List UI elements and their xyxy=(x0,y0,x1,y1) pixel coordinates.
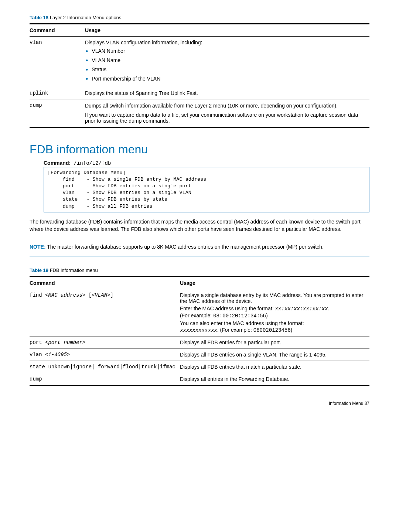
table18-h2: Usage xyxy=(85,24,369,37)
txt: ) xyxy=(291,327,293,333)
cmd-text: vlan xyxy=(30,352,45,358)
t19-r1-usage: Displays all FDB entries for a particula… xyxy=(180,336,369,348)
cmd-text: port xyxy=(30,340,45,345)
table18-caption-text: Layer 2 Information Menu options xyxy=(48,15,121,20)
t19-r0-p5: xxxxxxxxxxxx. (For example: 080020123456… xyxy=(180,327,365,333)
cmd-arg: <port number> xyxy=(45,340,85,345)
table19-num: Table 19 xyxy=(30,267,48,273)
cmd-text: find xyxy=(30,292,45,298)
table19-header-row: Command Usage xyxy=(30,276,369,289)
cmd-arg: <VLAN> xyxy=(92,292,110,298)
fdb-paragraph: The forwarding database (FDB) contains i… xyxy=(30,218,369,233)
t19-r2-usage: Displays all FDB entries on a single VLA… xyxy=(180,348,369,361)
example: 08:00:20:12:34:56 xyxy=(213,313,266,319)
table-row: dump Dumps all switch information availa… xyxy=(30,99,369,127)
t18-r2-p2: If you want to capture dump data to a fi… xyxy=(85,112,365,124)
t18-r2-usage: Dumps all switch information available f… xyxy=(85,99,369,127)
t18-r0-bullets: VLAN Number VLAN Name Status Port member… xyxy=(85,47,365,84)
table-row: find <MAC address> [<VLAN>] Displays a s… xyxy=(30,289,369,336)
t19-r0-p3: (For example: 08:00:20:12:34:56) xyxy=(180,313,365,319)
list-item: Status xyxy=(86,65,365,75)
note-sep-top xyxy=(30,238,369,238)
table18-num: Table 18 xyxy=(30,15,48,20)
t19-r0-p4: You can also enter the MAC address using… xyxy=(180,320,365,326)
table-row: vlan <1-4095> Displays all FDB entries o… xyxy=(30,348,369,361)
txt: . (For example: xyxy=(217,327,253,333)
table19: Command Usage find <MAC address> [<VLAN>… xyxy=(30,276,369,386)
t19-r0-p2: Enter the MAC address using the format: … xyxy=(180,306,365,312)
t18-r1-cmd: uplink xyxy=(30,87,85,99)
list-item: VLAN Number xyxy=(86,47,365,56)
cmd-arg: <MAC address> xyxy=(45,292,85,298)
note-label: NOTE: xyxy=(30,244,46,250)
t19-r0-p1: Displays a single database entry by its … xyxy=(180,292,365,304)
t19-r2-cmd: vlan <1-4095> xyxy=(30,348,180,361)
cmd-arg: <1-4095> xyxy=(45,352,70,358)
table18-caption: Table 18 Layer 2 Information Menu option… xyxy=(30,15,369,20)
t18-r0-usage: Displays VLAN configuration information,… xyxy=(85,37,369,87)
table18-h1: Command xyxy=(30,24,85,37)
table-row: state unknown|ignore| forward|flood|trun… xyxy=(30,361,369,373)
table18-header-row: Command Usage xyxy=(30,24,369,37)
t19-r3-cmd: state unknown|ignore| forward|flood|trun… xyxy=(30,361,180,373)
note: NOTE: The master forwarding database sup… xyxy=(30,243,369,251)
command-line: Command: /info/l2/fdb xyxy=(44,160,369,166)
table-row: port <port number> Displays all FDB entr… xyxy=(30,336,369,348)
t19-r4-usage: Displays all entries in the Forwarding D… xyxy=(180,373,369,385)
txt: ) xyxy=(266,313,268,318)
t18-r0-lead: Displays VLAN configuration information,… xyxy=(85,40,202,45)
cmd-text: ] xyxy=(110,292,113,298)
table19-caption: Table 19 FDB information menu xyxy=(30,267,369,273)
table18: Command Usage vlan Displays VLAN configu… xyxy=(30,23,369,128)
code-block: [Forwarding Database Menu] find - Show a… xyxy=(44,167,369,212)
table19-h1: Command xyxy=(30,276,180,289)
cmd-text: [ xyxy=(85,292,92,298)
t18-r1-usage: Displays the status of Spanning Tree Upl… xyxy=(85,87,369,99)
txt: . xyxy=(328,306,329,311)
t19-r1-cmd: port <port number> xyxy=(30,336,180,348)
note-text: The master forwarding database supports … xyxy=(46,244,324,250)
txt: Enter the MAC address using the format: xyxy=(180,306,275,311)
t19-r0-cmd: find <MAC address> [<VLAN>] xyxy=(30,289,180,336)
list-item: VLAN Name xyxy=(86,56,365,65)
fmt: xx:xx:xx:xx:xx:xx xyxy=(275,306,328,312)
txt: (For example: xyxy=(180,313,213,318)
t18-r0-cmd: vlan xyxy=(30,37,85,87)
t19-r0-usage: Displays a single database entry by its … xyxy=(180,289,369,336)
table19-caption-text: FDB information menu xyxy=(48,267,98,273)
table-row: dump Displays all entries in the Forward… xyxy=(30,373,369,385)
command-value: /info/l2/fdb xyxy=(71,160,111,166)
page-title: FDB information menu xyxy=(30,143,369,156)
example: 080020123456 xyxy=(253,327,291,333)
table19-h2: Usage xyxy=(180,276,369,289)
list-item: Port membership of the VLAN xyxy=(86,75,365,84)
t18-r2-cmd: dump xyxy=(30,99,85,127)
table-row: vlan Displays VLAN configuration informa… xyxy=(30,37,369,87)
page-footer: Information Menu 37 xyxy=(30,401,369,406)
t18-r2-p1: Dumps all switch information available f… xyxy=(85,102,365,110)
note-sep-bottom xyxy=(30,256,369,256)
fmt: xxxxxxxxxxxx xyxy=(180,327,217,333)
table-row: uplink Displays the status of Spanning T… xyxy=(30,87,369,99)
command-label: Command: xyxy=(44,160,71,166)
t19-r3-usage: Displays all FDB entries that match a pa… xyxy=(180,361,369,373)
t19-r4-cmd: dump xyxy=(30,373,180,385)
